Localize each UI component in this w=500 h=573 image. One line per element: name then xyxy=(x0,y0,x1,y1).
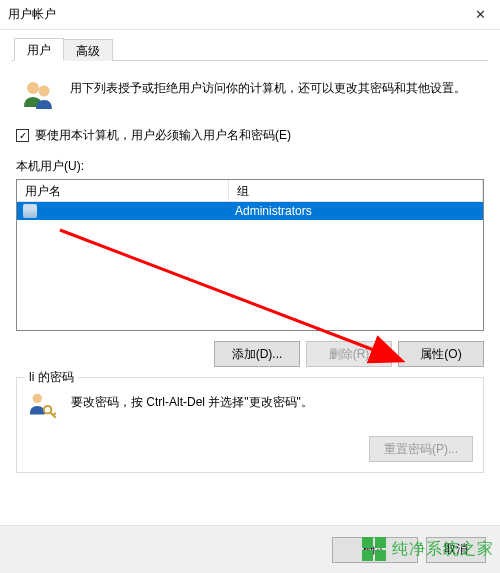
password-row: 要改密码，按 Ctrl-Alt-Del 并选择"更改密码"。 xyxy=(27,390,473,420)
users-icon xyxy=(20,77,56,113)
checkmark-icon: ✓ xyxy=(19,131,27,141)
column-header-username[interactable]: 用户名 xyxy=(17,180,229,201)
password-group: li 的密码 要改密码，按 Ctrl-Alt-Del 并选择"更改密码"。 重置… xyxy=(16,377,484,473)
password-group-title: li 的密码 xyxy=(25,369,78,386)
svg-point-2 xyxy=(33,394,42,403)
require-login-row: ✓ 要使用本计算机，用户必须输入用户名和密码(E) xyxy=(16,123,484,158)
remove-button[interactable]: 删除(R) xyxy=(306,341,392,367)
cell-group: Administrators xyxy=(229,204,483,218)
tab-advanced-label: 高级 xyxy=(76,44,100,58)
svg-point-1 xyxy=(39,86,50,97)
add-button-label: 添加(D)... xyxy=(232,346,283,363)
watermark: 纯净系统之家 xyxy=(362,525,500,573)
tab-advanced[interactable]: 高级 xyxy=(63,39,113,61)
reset-password-button[interactable]: 重置密码(P)... xyxy=(369,436,473,462)
user-small-icon xyxy=(23,204,37,218)
dialog-content: 用户 高级 用下列表授予或拒绝用户访问你的计算机，还可以更改其密码和其他设置。 … xyxy=(0,30,500,538)
reset-password-button-label: 重置密码(P)... xyxy=(384,441,458,458)
tab-user[interactable]: 用户 xyxy=(14,38,64,61)
users-list-header: 用户名 组 xyxy=(17,180,483,202)
column-header-group[interactable]: 组 xyxy=(229,180,483,201)
user-buttons-row: 添加(D)... 删除(R) 属性(O) xyxy=(16,331,484,373)
close-icon: ✕ xyxy=(475,7,486,22)
watermark-logo-icon xyxy=(362,537,386,561)
require-login-label: 要使用本计算机，用户必须输入用户名和密码(E) xyxy=(35,127,291,144)
intro-row: 用下列表授予或拒绝用户访问你的计算机，还可以更改其密码和其他设置。 xyxy=(16,73,484,123)
users-list-row[interactable]: Administrators xyxy=(17,202,483,220)
tab-body-user: 用下列表授予或拒绝用户访问你的计算机，还可以更改其密码和其他设置。 ✓ 要使用本… xyxy=(12,61,488,477)
window-title: 用户帐户 xyxy=(8,6,460,23)
password-buttons-row: 重置密码(P)... xyxy=(27,420,473,462)
close-button[interactable]: ✕ xyxy=(460,0,500,30)
title-bar: 用户帐户 ✕ xyxy=(0,0,500,30)
users-list[interactable]: 用户名 组 Administrators xyxy=(16,179,484,331)
remove-button-label: 删除(R) xyxy=(329,346,370,363)
intro-text: 用下列表授予或拒绝用户访问你的计算机，还可以更改其密码和其他设置。 xyxy=(70,77,466,98)
svg-point-0 xyxy=(27,82,39,94)
properties-button-label: 属性(O) xyxy=(420,346,461,363)
password-text: 要改密码，按 Ctrl-Alt-Del 并选择"更改密码"。 xyxy=(71,390,313,411)
cell-username xyxy=(17,204,229,218)
add-button[interactable]: 添加(D)... xyxy=(214,341,300,367)
watermark-text: 纯净系统之家 xyxy=(392,539,494,560)
require-login-checkbox[interactable]: ✓ xyxy=(16,129,29,142)
properties-button[interactable]: 属性(O) xyxy=(398,341,484,367)
key-icon xyxy=(27,390,57,420)
local-users-label: 本机用户(U): xyxy=(16,158,484,179)
tab-strip: 用户 高级 xyxy=(12,38,488,61)
tab-user-label: 用户 xyxy=(27,43,51,57)
